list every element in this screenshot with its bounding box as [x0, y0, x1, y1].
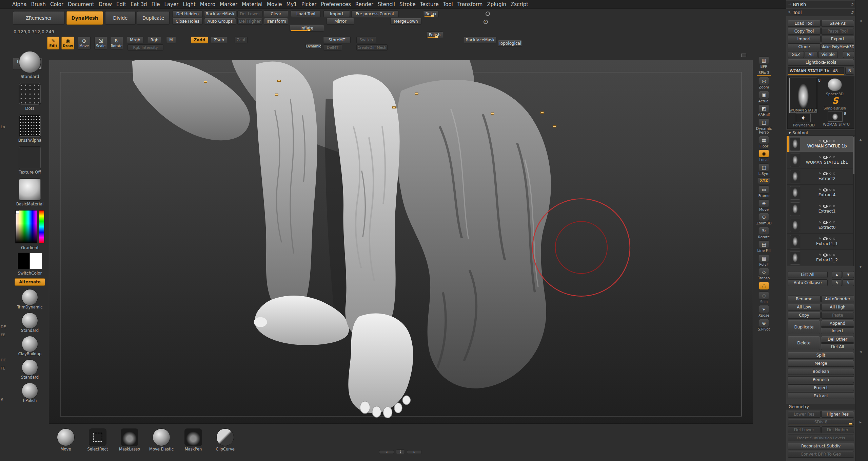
append-button[interactable]: Append — [821, 320, 854, 327]
subtool-row[interactable]: ✎ Extract1 — [787, 201, 853, 217]
subtool-section-header[interactable]: ▾ Subtool — [786, 130, 855, 136]
subtool-action-button[interactable]: Remesh — [788, 376, 854, 383]
rgb-intensity-slider[interactable]: Rgb Intensity — [127, 44, 163, 51]
switch-color-widget[interactable] — [18, 253, 42, 269]
polish-slider[interactable]: Polish — [426, 32, 443, 38]
lightbox-tools-button[interactable]: Lightbox▶Tools — [788, 59, 854, 66]
tool-palette-header[interactable]: ↖ Tool ↺ — [786, 9, 855, 16]
subtool-sculpt-icon[interactable]: ✎ — [819, 139, 822, 143]
subtool-action-button[interactable]: Extract — [788, 393, 854, 399]
tray-scroll-up-icon[interactable]: ▴ — [860, 137, 862, 142]
bottom-tray-thumbnail[interactable] — [153, 428, 170, 446]
subtool-sculpt-icon[interactable]: ✎ — [819, 156, 822, 159]
inflate-slider[interactable]: Inflate — [290, 25, 324, 32]
subtool-shuffle-down-button[interactable]: ↳ — [843, 279, 854, 286]
palette-cycle-icon[interactable]: ↺ — [850, 10, 854, 15]
backface-mask-button[interactable]: BackfaceMask — [464, 37, 496, 43]
mergedown-button[interactable]: MergeDown — [390, 18, 421, 25]
goz-button[interactable]: GoZ — [788, 51, 804, 58]
subtool-sculpt-icon[interactable]: ✎ — [819, 253, 822, 257]
canvas-scroll-vertical[interactable]: ▴▾ — [396, 449, 405, 454]
secondary-color-swatch[interactable] — [30, 253, 42, 269]
subtool-visibility-eye-icon[interactable] — [823, 140, 828, 143]
subtool-dot-icon[interactable] — [833, 189, 835, 191]
tool-thumb-woman-statue[interactable] — [789, 78, 817, 113]
menu-item[interactable]: Eat 3d — [131, 1, 147, 7]
right-tray-divider[interactable]: ◂ ▴ ▾ ◂ ▸ — [855, 0, 868, 461]
current-tool-name-bar[interactable]: WOMAN STATUE 1b. 48 — [788, 67, 844, 75]
right-shelf-item[interactable]: ◎ Zoom — [756, 77, 772, 89]
quick-brush-thumbnail[interactable] — [22, 383, 38, 399]
quick-brush-thumbnail[interactable] — [22, 359, 38, 376]
subtool-visibility-eye-icon[interactable] — [823, 205, 828, 208]
export-tool-button[interactable]: Export — [821, 36, 854, 42]
right-shelf-item[interactable]: ⊙ Zoom3D — [756, 213, 772, 225]
del-mt-button[interactable]: DelMT — [323, 44, 342, 51]
subtool-visibility-eye-icon[interactable] — [823, 156, 828, 159]
store-mt-button[interactable]: StoreMT — [323, 37, 351, 43]
tray-collapse-icon[interactable]: ◂ — [860, 349, 862, 354]
draw-button[interactable]: ◉ Draw — [61, 37, 74, 49]
shelf-ring-icon[interactable] — [486, 12, 490, 16]
menu-item[interactable]: File — [151, 1, 160, 7]
subtool-visibility-eye-icon[interactable] — [823, 221, 828, 224]
transform-shelf-button[interactable]: Transform — [264, 18, 288, 25]
dynamic-button[interactable]: Dynamic — [305, 44, 322, 49]
subtool-dot-icon[interactable] — [833, 140, 835, 142]
subtool-move-down-button[interactable]: ▼ — [843, 271, 854, 278]
subtool-row[interactable]: ✎ Extract2 — [787, 168, 853, 185]
menu-item[interactable]: Material — [242, 1, 262, 7]
zsub-button[interactable]: Zsub — [211, 37, 227, 43]
menu-item[interactable]: Render — [355, 1, 373, 7]
menu-item[interactable]: Preferences — [321, 1, 351, 7]
menu-item[interactable]: Color — [50, 1, 63, 7]
load-tool-button[interactable]: Load Tool — [788, 20, 821, 27]
clone-button[interactable]: Clone — [788, 43, 821, 50]
subtool-shuffle-up-button[interactable]: ↰ — [832, 279, 842, 286]
menu-item[interactable]: Zscript — [511, 1, 528, 7]
tool-r-button[interactable]: R — [845, 67, 854, 75]
subtool-dot-icon[interactable] — [829, 189, 831, 191]
menu-item[interactable]: Layer — [164, 1, 179, 7]
shelf-ring-icon[interactable] — [484, 20, 488, 24]
goz-r-button[interactable]: R — [843, 51, 854, 58]
right-shelf-item[interactable]: ◩ AAHalf — [756, 104, 772, 117]
mrgb-button[interactable]: Mrgb — [127, 37, 143, 43]
right-shelf-item[interactable]: XYZ — [756, 177, 772, 184]
bottom-tray-thumbnail[interactable] — [57, 428, 75, 446]
auto-collapse-button[interactable]: Auto Collapse — [788, 279, 828, 286]
subtool-sculpt-icon[interactable]: ✎ — [819, 172, 822, 175]
import-shelf-button[interactable]: Import — [323, 11, 350, 17]
menu-item[interactable]: Zplugin — [487, 1, 506, 7]
del-higher-button[interactable]: Del Higher — [821, 426, 854, 433]
right-shelf-item[interactable]: ◇ Transp — [756, 268, 772, 280]
del-higher-shelf-button[interactable]: Del Higher — [237, 18, 262, 25]
goz-all-button[interactable]: All — [805, 51, 817, 58]
right-shelf-item[interactable]: ▤ Line Fill — [756, 240, 772, 253]
right-shelf-item[interactable]: ⊕ Move — [756, 199, 772, 212]
subtool-dot-icon[interactable] — [829, 156, 831, 158]
menu-item[interactable]: Marker — [220, 1, 237, 7]
menu-item[interactable]: Movie — [267, 1, 282, 7]
make-polymesh3d-button[interactable]: Make PolyMesh3D — [821, 43, 854, 50]
subtool-visibility-eye-icon[interactable] — [823, 254, 828, 257]
topological-button[interactable]: Topological — [498, 40, 522, 47]
zremesher-button[interactable]: ZRemesher — [13, 11, 65, 25]
sdiv-slider[interactable]: SDiv 8 — [788, 419, 854, 425]
divide-button[interactable]: Divide — [105, 11, 136, 25]
del-other-button[interactable]: Del Other — [821, 336, 854, 343]
tray-picker-thumbnail[interactable] — [19, 146, 41, 169]
subtool-scrollbar[interactable] — [853, 136, 854, 266]
tool-thumb-polymesh3d[interactable]: ✦ — [796, 114, 811, 122]
main-color-swatch[interactable] — [18, 253, 30, 269]
freeze-subdivision-button[interactable]: Freeze SubDivision Levels — [788, 435, 854, 441]
right-shelf-item[interactable]: ◫ L.Sym — [756, 163, 772, 176]
tool-thumb-sphere3d[interactable] — [828, 78, 842, 91]
right-shelf-item[interactable]: ◉ Local — [756, 149, 772, 162]
color-picker-hue-strip[interactable] — [39, 210, 44, 243]
goz-visible-button[interactable]: Visible — [818, 51, 838, 58]
auto-reorder-button[interactable]: AutoReorder — [821, 296, 854, 302]
dynamesh-button[interactable]: DynaMesh — [66, 11, 103, 25]
subtool-dot-icon[interactable] — [829, 173, 831, 175]
right-shelf-item[interactable]: ⊚ S.Pivot — [756, 319, 772, 332]
